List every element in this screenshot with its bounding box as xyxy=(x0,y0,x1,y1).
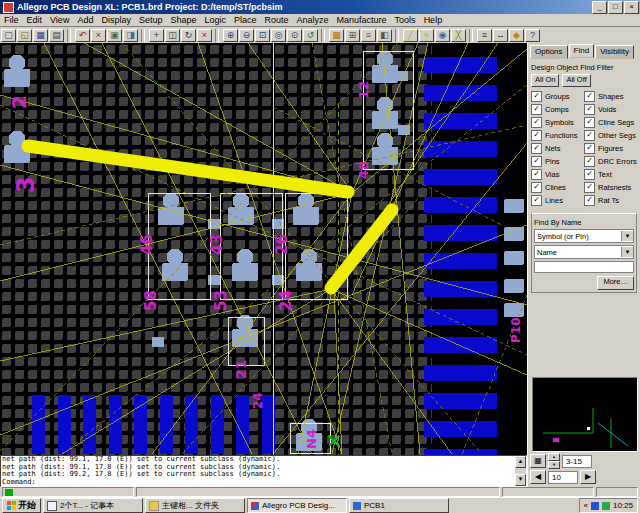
menu-item-add[interactable]: Add xyxy=(73,15,97,25)
task-button-[interactable]: 主键相... 文件夹 xyxy=(145,498,245,513)
checkbox-icon[interactable]: ✓ xyxy=(584,156,595,167)
etch-bar[interactable] xyxy=(83,395,96,454)
etch-bar[interactable] xyxy=(160,395,173,454)
etch-bar[interactable] xyxy=(424,309,497,325)
paste-icon[interactable]: ◨ xyxy=(123,29,138,42)
shadow-toggle-icon[interactable]: ◧ xyxy=(377,29,392,42)
zoom-out-icon[interactable]: ⊖ xyxy=(239,29,254,42)
undo-icon[interactable]: ↶ xyxy=(75,29,90,42)
component-pin[interactable] xyxy=(167,249,184,266)
ratsnest-icon[interactable]: ╳ xyxy=(451,29,466,42)
menu-item-help[interactable]: Help xyxy=(420,15,447,25)
filter-lines[interactable]: ✓Lines xyxy=(531,194,584,207)
checkbox-icon[interactable]: ✓ xyxy=(531,169,542,180)
zoom-previous-icon[interactable]: ⊙ xyxy=(287,29,302,42)
checkbox-icon[interactable]: ✓ xyxy=(584,91,595,102)
filter-text[interactable]: ✓Text xyxy=(584,168,637,181)
close-button[interactable]: × xyxy=(624,1,639,14)
print-icon[interactable]: ▤ xyxy=(49,29,64,42)
etch-bar[interactable] xyxy=(424,337,497,353)
component-pad[interactable] xyxy=(504,279,524,293)
move-icon[interactable]: + xyxy=(149,29,164,42)
chevron-down-icon[interactable]: ▼ xyxy=(621,231,633,241)
chevron-down-icon[interactable]: ▼ xyxy=(621,247,633,257)
component-pad[interactable] xyxy=(232,263,258,281)
grid-icon[interactable]: ▦ xyxy=(530,454,546,468)
menu-item-setup[interactable]: Setup xyxy=(135,15,167,25)
net-label[interactable]: 53 xyxy=(212,290,230,311)
start-button[interactable]: 开始 xyxy=(2,498,41,513)
zoom-in-icon[interactable]: ⊕ xyxy=(223,29,238,42)
component-pin[interactable] xyxy=(9,55,26,72)
menu-item-manufacture[interactable]: Manufacture xyxy=(333,15,391,25)
menu-item-view[interactable]: View xyxy=(46,15,73,25)
net-label[interactable]: N4 xyxy=(304,429,319,449)
add-connect-icon[interactable]: ╱ xyxy=(403,29,418,42)
pcb-canvas[interactable]: 23464326585324211248P10N424 xyxy=(0,43,527,455)
etch-bar[interactable] xyxy=(424,225,497,241)
task-button-allegro-pcb-desig[interactable]: Allegro PCB Desig... xyxy=(247,498,347,513)
menu-item-route[interactable]: Route xyxy=(261,15,293,25)
tray-app-icon[interactable] xyxy=(602,502,610,510)
component-pad[interactable] xyxy=(293,207,319,225)
net-label[interactable]: 48 xyxy=(356,161,371,179)
net-label[interactable]: 2 xyxy=(7,95,31,109)
checkbox-icon[interactable]: ✓ xyxy=(584,195,595,206)
page-left-icon[interactable]: ◀ xyxy=(530,470,546,484)
checkbox-icon[interactable]: ✓ xyxy=(531,130,542,141)
filter-other-segs[interactable]: ✓Other Segs xyxy=(584,129,637,142)
net-label[interactable]: 3 xyxy=(12,176,40,193)
filter-shapes[interactable]: ✓Shapes xyxy=(584,90,637,103)
tab-visibility[interactable]: Visibility xyxy=(595,45,634,59)
net-label[interactable]: P10 xyxy=(509,318,523,344)
delete-icon[interactable]: × xyxy=(197,29,212,42)
tab-options[interactable]: Options xyxy=(530,45,568,59)
highlight-icon[interactable]: ◆ xyxy=(509,29,524,42)
zoom-fit-icon[interactable]: ⊡ xyxy=(255,29,270,42)
etch-bar[interactable] xyxy=(185,395,198,454)
component-pad[interactable] xyxy=(228,207,254,225)
component-pad[interactable] xyxy=(162,263,188,281)
menu-item-file[interactable]: File xyxy=(0,15,23,25)
component-pin[interactable] xyxy=(298,193,315,210)
checkbox-icon[interactable]: ✓ xyxy=(584,143,595,154)
checkbox-icon[interactable]: ✓ xyxy=(584,182,595,193)
help-icon[interactable]: ? xyxy=(525,29,540,42)
zoom-world-icon[interactable]: ◎ xyxy=(271,29,286,42)
filter-drc-errors[interactable]: ✓DRC Errors xyxy=(584,155,637,168)
cut-icon[interactable]: × xyxy=(91,29,106,42)
filter-cline-segs[interactable]: ✓Cline Segs xyxy=(584,116,637,129)
checkbox-icon[interactable]: ✓ xyxy=(531,104,542,115)
grid-toggle-icon[interactable]: ⊞ xyxy=(345,29,360,42)
checkbox-icon[interactable]: ✓ xyxy=(531,143,542,154)
filter-clines[interactable]: ✓Clines xyxy=(531,181,584,194)
find-name-input[interactable] xyxy=(534,261,634,273)
component-pin[interactable] xyxy=(377,51,394,68)
menu-item-shape[interactable]: Shape xyxy=(166,15,200,25)
component-pin[interactable] xyxy=(163,193,180,210)
component-pad[interactable] xyxy=(504,251,524,265)
filter-groups[interactable]: ✓Groups xyxy=(531,90,584,103)
etch-bar[interactable] xyxy=(424,169,497,185)
redraw-icon[interactable]: ↺ xyxy=(303,29,318,42)
component-pin[interactable] xyxy=(237,249,254,266)
save-icon[interactable]: ▦ xyxy=(33,29,48,42)
filter-nets[interactable]: ✓Nets xyxy=(531,142,584,155)
etch-bar[interactable] xyxy=(424,197,497,213)
menu-item-display[interactable]: Display xyxy=(97,15,135,25)
world-view[interactable] xyxy=(532,377,638,452)
net-label[interactable]: 26 xyxy=(273,234,291,255)
rotate-icon[interactable]: ↻ xyxy=(181,29,196,42)
checkbox-icon[interactable]: ✓ xyxy=(584,130,595,141)
find-type-dropdown[interactable]: Symbol (or Pin) ▼ xyxy=(534,229,634,243)
menu-item-tools[interactable]: Tools xyxy=(391,15,420,25)
filter-pins[interactable]: ✓Pins xyxy=(531,155,584,168)
component-pad[interactable] xyxy=(158,207,184,225)
etch-bar[interactable] xyxy=(58,395,71,454)
checkbox-icon[interactable]: ✓ xyxy=(584,117,595,128)
menu-item-edit[interactable]: Edit xyxy=(23,15,47,25)
find-mode-dropdown[interactable]: Name ▼ xyxy=(534,245,634,259)
component-pad[interactable] xyxy=(504,199,524,213)
etch-bar[interactable] xyxy=(424,281,497,297)
checkbox-icon[interactable]: ✓ xyxy=(531,182,542,193)
